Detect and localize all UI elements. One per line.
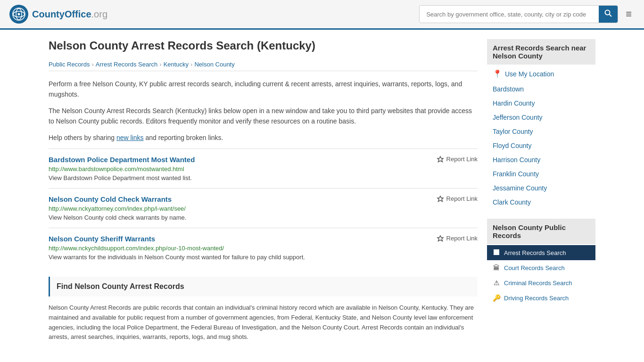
sidebar-record-court[interactable]: 🏛 Court Records Search	[487, 260, 595, 275]
new-links-link[interactable]: new links	[116, 134, 144, 141]
search-bar	[419, 5, 618, 23]
sidebar: Arrest Records Search near Nelson County…	[487, 39, 595, 342]
page-title: Nelson County Arrest Records Search (Ken…	[49, 39, 478, 52]
record-item: Bardstown Police Department Most Wanted …	[49, 148, 478, 188]
sidebar-item-jefferson[interactable]: Jefferson County	[487, 110, 595, 124]
court-records-link[interactable]: Court Records Search	[504, 264, 565, 272]
sidebar-public-records-header: Nelson County Public Records	[487, 219, 595, 244]
breadcrumb-nelson-county[interactable]: Nelson County	[194, 61, 234, 68]
sidebar-nearby-section: Arrest Records Search near Nelson County…	[487, 39, 595, 209]
court-records-icon: 🏛	[493, 264, 500, 272]
logo-area: CountyOffice.org	[9, 5, 107, 24]
record-item: Nelson County Sheriff Warrants Report Li…	[49, 228, 478, 267]
sidebar-item-harrison[interactable]: Harrison County	[487, 153, 595, 167]
header-right: ≡	[419, 5, 635, 23]
arrest-records-icon	[493, 249, 500, 256]
breadcrumb-arrest-records[interactable]: Arrest Records Search	[96, 61, 158, 68]
logo-icon	[9, 5, 28, 24]
criminal-records-link[interactable]: Criminal Records Search	[504, 280, 572, 287]
driving-records-link[interactable]: Driving Records Search	[504, 295, 569, 302]
record-title-0[interactable]: Bardstown Police Department Most Wanted	[49, 156, 195, 164]
record-desc-0: View Bardstown Police Department most wa…	[49, 174, 478, 181]
sidebar-item-hardin[interactable]: Hardin County	[487, 96, 595, 110]
sidebar-nearby-header: Arrest Records Search near Nelson County	[487, 39, 595, 65]
sidebar-record-driving[interactable]: 🔑 Driving Records Search	[487, 290, 595, 305]
record-url-1: http://www.nckyattorney.com/index.php/i-…	[49, 205, 478, 212]
record-desc-2: View warrants for the individuals in Nel…	[49, 254, 478, 261]
description-3: Help others by sharing new links and rep…	[49, 132, 478, 143]
record-title-2[interactable]: Nelson County Sheriff Warrants	[49, 235, 155, 243]
record-desc-1: View Nelson County cold check warrants b…	[49, 214, 478, 221]
sidebar-record-criminal[interactable]: ⚠ Criminal Records Search	[487, 275, 595, 290]
record-item: Nelson County Cold Check Warrants Report…	[49, 188, 478, 228]
sidebar-item-franklin[interactable]: Franklin County	[487, 167, 595, 181]
criminal-records-icon: ⚠	[493, 279, 500, 287]
breadcrumb-public-records[interactable]: Public Records	[49, 61, 90, 68]
hamburger-menu-icon[interactable]: ≡	[623, 5, 635, 23]
sidebar-item-taylor[interactable]: Taylor County	[487, 124, 595, 139]
logo-text: CountyOffice.org	[32, 9, 107, 20]
content-area: Nelson County Arrest Records Search (Ken…	[49, 39, 478, 342]
report-link-1[interactable]: Report Link	[437, 195, 478, 203]
record-url-0: http://www.bardstownpolice.com/mostwante…	[49, 165, 478, 173]
description-1: Perform a free Nelson County, KY public …	[49, 79, 478, 100]
record-title-1[interactable]: Nelson County Cold Check Warrants	[49, 195, 172, 203]
search-input[interactable]	[420, 7, 599, 22]
location-pin-icon: 📍	[493, 69, 502, 78]
sidebar-public-records-section: Nelson County Public Records Arrest Reco…	[487, 219, 595, 305]
sidebar-item-bardstown[interactable]: Bardstown	[487, 82, 595, 96]
sidebar-use-location[interactable]: 📍 Use My Location	[487, 66, 595, 82]
arrest-records-link[interactable]: Arrest Records Search	[504, 249, 566, 256]
find-section: Find Nelson County Arrest Records	[49, 277, 478, 296]
report-link-0[interactable]: Report Link	[437, 156, 478, 163]
svg-line-5	[610, 15, 612, 17]
record-url-2: http://www.nckychildsupport.com/index.ph…	[49, 245, 478, 252]
main-content: Nelson County Arrest Records Search (Ken…	[39, 30, 605, 352]
report-link-2[interactable]: Report Link	[437, 235, 478, 242]
find-section-heading: Find Nelson County Arrest Records	[57, 282, 471, 291]
breadcrumb-kentucky[interactable]: Kentucky	[164, 61, 189, 68]
sidebar-item-floyd[interactable]: Floyd County	[487, 139, 595, 153]
search-button[interactable]	[599, 6, 618, 23]
find-section-desc: Nelson County Arrest Records are public …	[49, 303, 478, 342]
description-2: The Nelson County Arrest Records Search …	[49, 106, 478, 127]
driving-records-icon: 🔑	[493, 294, 500, 302]
sidebar-item-clark[interactable]: Clark County	[487, 195, 595, 209]
sidebar-item-jessamine[interactable]: Jessamine County	[487, 181, 595, 195]
site-header: CountyOffice.org ≡	[0, 0, 644, 30]
svg-point-3	[18, 13, 20, 16]
use-my-location-link[interactable]: Use My Location	[505, 70, 554, 78]
sidebar-record-arrest[interactable]: Arrest Records Search	[487, 245, 595, 260]
svg-point-4	[605, 10, 610, 15]
breadcrumb: Public Records › Arrest Records Search ›…	[49, 58, 478, 71]
